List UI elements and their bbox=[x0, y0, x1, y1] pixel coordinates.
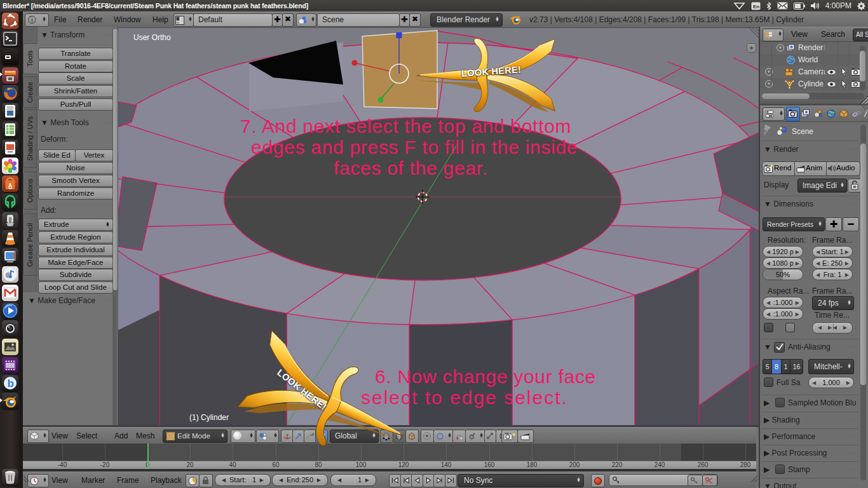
svg-text:b: b bbox=[8, 377, 14, 390]
svg-text:En: En bbox=[753, 3, 759, 9]
